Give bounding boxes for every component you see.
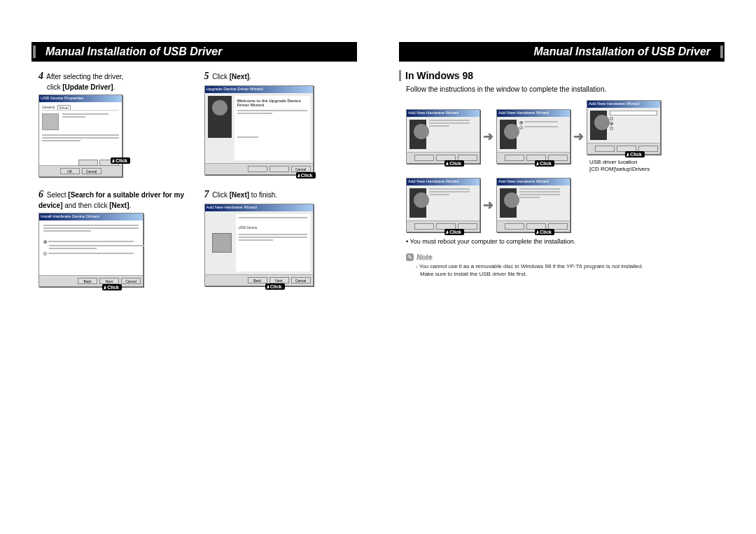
arrow-icon: ➜ — [483, 129, 493, 144]
subhead-bar-icon — [399, 70, 401, 81]
step4-dialog-body: GeneralDriver — [39, 102, 122, 165]
step7-dialog-title: Add New Hardware Wizard — [205, 204, 313, 211]
step4-bold: [Update Driver] — [62, 83, 113, 91]
step5-click-badge: Click — [296, 172, 316, 178]
wizard-icon — [590, 111, 607, 140]
step5-num: 5 — [204, 71, 209, 81]
step6-dialog-body — [39, 220, 143, 275]
flow5-click: Click — [535, 229, 554, 235]
step5-tail: . — [249, 73, 251, 80]
flow1-click: Click — [444, 160, 464, 167]
section-heading: In Windows 98 — [399, 70, 724, 81]
usb-location: USB driver location [CD ROM]\setup\Drive… — [589, 159, 661, 172]
header-tick-r — [720, 45, 723, 58]
step7-dialog-body: USB Device — [205, 211, 313, 274]
step7-label: 7 Click [Next] to finish. — [204, 188, 358, 201]
header-tick — [33, 45, 36, 58]
header-bar-left: Manual Installation of USB Driver — [31, 42, 357, 62]
device-icon — [42, 113, 59, 130]
flow2-click: Click — [535, 160, 554, 167]
step5-dialog: Upgrade Device Driver Wizard Welcome to … — [204, 85, 314, 175]
arrow-icon: ➜ — [483, 197, 493, 213]
radio-opt-1 — [43, 240, 139, 244]
radio-opt-2 — [43, 252, 139, 255]
section-instruction: Follow the instructions in the window to… — [399, 85, 724, 93]
flow4-click: Click — [444, 229, 464, 235]
step4-tail: . — [113, 83, 115, 91]
step5-label: 5 Click [Next]. — [204, 70, 358, 83]
header-title-right: Manual Installation of USB Driver — [528, 45, 716, 58]
step5-dialog-body: Welcome to the Upgrade Device Driver Wiz… — [205, 93, 313, 163]
step-7: 7 Click [Next] to finish. Add New Hardwa… — [204, 188, 358, 287]
step6-text-a: Select — [47, 191, 69, 199]
header-title-left: Manual Installation of USB Driver — [40, 45, 227, 58]
flow-row-1: Add New Hardware Wizard Click ➜ Add New … — [399, 100, 724, 172]
step7-tail: to finish. — [249, 191, 277, 199]
step5-dialog-title: Upgrade Device Driver Wizard — [205, 86, 313, 93]
flow-row-2: Add New Hardware Wizard Click ➜ Add New … — [399, 178, 724, 232]
wizard-icon — [208, 96, 232, 138]
step7-click-badge: Click — [265, 283, 285, 290]
step6-bold2: [Next] — [109, 202, 129, 209]
step6-tail: . — [130, 202, 132, 209]
flow-dialog-5: Add New Hardware Wizard Click — [496, 178, 570, 232]
step6-click-badge: Click — [102, 284, 122, 290]
step6-num: 6 — [38, 189, 43, 199]
steps-row-2: 6 Select [Search for a suitable driver f… — [31, 188, 357, 287]
wizard-icon — [410, 120, 426, 149]
step4-click-badge: Click — [111, 157, 130, 164]
reboot-note: You must reboot your computer to complet… — [399, 238, 724, 245]
step4-label: 4 After selecting the driver, click [Upd… — [38, 70, 192, 92]
step7-num: 7 — [204, 189, 209, 199]
step7-bold: [Next] — [230, 191, 249, 199]
step4-dialog: USB Device Properties GeneralDriver OKCa… — [38, 94, 122, 177]
wizard-icon — [500, 120, 517, 149]
step5-bold: [Next] — [230, 73, 249, 80]
step4-dialog-title: USB Device Properties — [39, 95, 122, 102]
step4-text-b: click — [47, 83, 62, 91]
flow-dialog-2: Add New Hardware Wizard Click — [496, 109, 570, 164]
hardware-icon — [212, 233, 232, 253]
flow-dialog-1: Add New Hardware Wizard Click — [406, 109, 480, 164]
note-label: Note — [416, 253, 432, 261]
arrow-icon: ➜ — [573, 129, 584, 144]
header-bar-right: Manual Installation of USB Driver — [399, 42, 724, 62]
steps-row-1: 4 After selecting the driver, click [Upd… — [31, 70, 357, 177]
step6-text-b: and then click — [62, 202, 109, 209]
step7-text-a: Click — [212, 191, 229, 199]
step4-buttons: OKCancel — [39, 165, 122, 176]
step-5: 5 Click [Next]. Upgrade Device Driver Wi… — [204, 70, 358, 177]
step6-dialog-title: Install Hardware Device Drivers — [39, 213, 143, 220]
note-icon: ✎ — [406, 253, 414, 261]
flow-dialog-3: Add New Hardware Wizard Click — [587, 100, 661, 155]
step6-label: 6 Select [Search for a suitable driver f… — [38, 188, 192, 210]
step5-text-a: Click — [212, 73, 229, 80]
wizard-icon — [500, 188, 517, 218]
step7-buttons: BackNextCancel — [205, 274, 313, 286]
note-block: ✎ Note You cannot use it as a removable … — [399, 253, 724, 278]
page-left: Manual Installation of USB Driver 4 Afte… — [31, 42, 357, 534]
step7-dialog: Add New Hardware Wizard USB Device BackN… — [204, 204, 314, 286]
step-6: 6 Select [Search for a suitable driver f… — [31, 188, 192, 287]
flow-dialog-4: Add New Hardware Wizard Click — [406, 178, 480, 232]
step4-text-a: After selecting the driver, — [46, 73, 123, 80]
wizard-icon — [410, 188, 426, 218]
step5-wiz-title: Welcome to the Upgrade Device Driver Wiz… — [237, 99, 307, 107]
step4-num: 4 — [38, 71, 43, 81]
note-line-1: You cannot use it as a removable disc in… — [416, 263, 724, 270]
document-spread: Manual Installation of USB Driver 4 Afte… — [0, 0, 756, 534]
flow3-click: Click — [625, 151, 645, 157]
step6-buttons: BackNextCancel — [39, 275, 143, 286]
section-title: In Windows 98 — [405, 70, 473, 81]
page-right: Manual Installation of USB Driver In Win… — [399, 42, 724, 534]
note-line-2: Make sure to install the USB driver file… — [416, 271, 724, 278]
step6-dialog: Install Hardware Device Drivers BackNext… — [38, 213, 144, 287]
step-4: 4 After selecting the driver, click [Upd… — [31, 70, 192, 177]
